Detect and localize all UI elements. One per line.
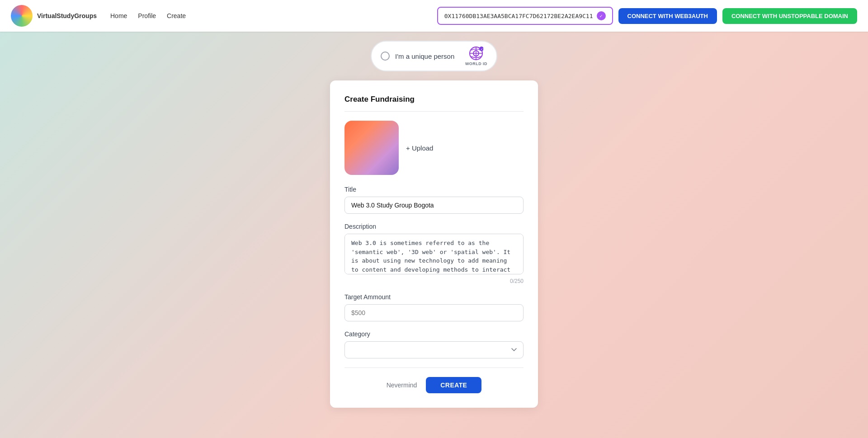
category-select[interactable]: Education Technology Community bbox=[344, 341, 524, 358]
category-label: Category bbox=[344, 330, 524, 338]
title-input[interactable] bbox=[344, 197, 524, 214]
nav-create[interactable]: Create bbox=[167, 12, 186, 19]
logo-icon bbox=[11, 5, 33, 27]
nav-home[interactable]: Home bbox=[110, 12, 127, 19]
logo-text: VirtualStudyGroups bbox=[37, 12, 97, 19]
description-label: Description bbox=[344, 223, 524, 230]
wallet-address-button[interactable]: 0X11760DB13AE3AA5BCA17FC7D62172BE2A2EA9C… bbox=[437, 7, 613, 25]
char-count: 0/250 bbox=[344, 278, 524, 284]
wallet-address-text: 0X11760DB13AE3AA5BCA17FC7D62172BE2A2EA9C… bbox=[444, 13, 593, 19]
image-upload-row: + Upload bbox=[344, 121, 524, 175]
svg-text:✓: ✓ bbox=[481, 48, 483, 51]
upload-button[interactable]: + Upload bbox=[406, 144, 433, 152]
target-amount-field-group: Target Ammount bbox=[344, 293, 524, 321]
wallet-check-icon: ✓ bbox=[597, 11, 606, 20]
navbar: VirtualStudyGroups Home Profile Create 0… bbox=[0, 0, 868, 32]
world-id-badge: WORLD ID bbox=[465, 61, 487, 66]
form-card: Create Fundraising + Upload Title Descri… bbox=[330, 80, 538, 408]
target-amount-input[interactable] bbox=[344, 304, 524, 321]
image-preview bbox=[344, 121, 399, 175]
nav-profile[interactable]: Profile bbox=[138, 12, 156, 19]
world-id-icon: ✓ bbox=[469, 46, 483, 61]
nav-logo[interactable]: VirtualStudyGroups bbox=[11, 5, 97, 27]
description-textarea[interactable] bbox=[344, 234, 524, 274]
title-label: Title bbox=[344, 186, 524, 193]
connect-web3auth-button[interactable]: CONNECT WITH WEB3AUTH bbox=[618, 8, 717, 24]
form-actions: Nevermind CREATE bbox=[344, 377, 524, 393]
world-id-text: I'm a unique person bbox=[395, 52, 460, 60]
nevermind-button[interactable]: Nevermind bbox=[387, 381, 417, 389]
world-id-button[interactable]: I'm a unique person ✓ WORLD ID bbox=[371, 41, 497, 71]
category-field-group: Category Education Technology Community bbox=[344, 330, 524, 358]
world-id-radio bbox=[381, 52, 390, 61]
nav-links: Home Profile Create bbox=[110, 12, 186, 19]
description-field-group: Description 0/250 bbox=[344, 223, 524, 284]
title-field-group: Title bbox=[344, 186, 524, 214]
form-divider bbox=[344, 367, 524, 368]
target-amount-label: Target Ammount bbox=[344, 293, 524, 301]
main-content: I'm a unique person ✓ WORLD ID Create Fu… bbox=[0, 32, 868, 438]
nav-right: 0X11760DB13AE3AA5BCA17FC7D62172BE2A2EA9C… bbox=[437, 7, 857, 25]
connect-unstoppable-button[interactable]: CONNECT WITH UNSTOPPABLE DOMAIN bbox=[722, 8, 857, 24]
form-title: Create Fundraising bbox=[344, 95, 524, 112]
world-id-logo: ✓ WORLD ID bbox=[465, 46, 487, 66]
create-button[interactable]: CREATE bbox=[426, 377, 481, 393]
